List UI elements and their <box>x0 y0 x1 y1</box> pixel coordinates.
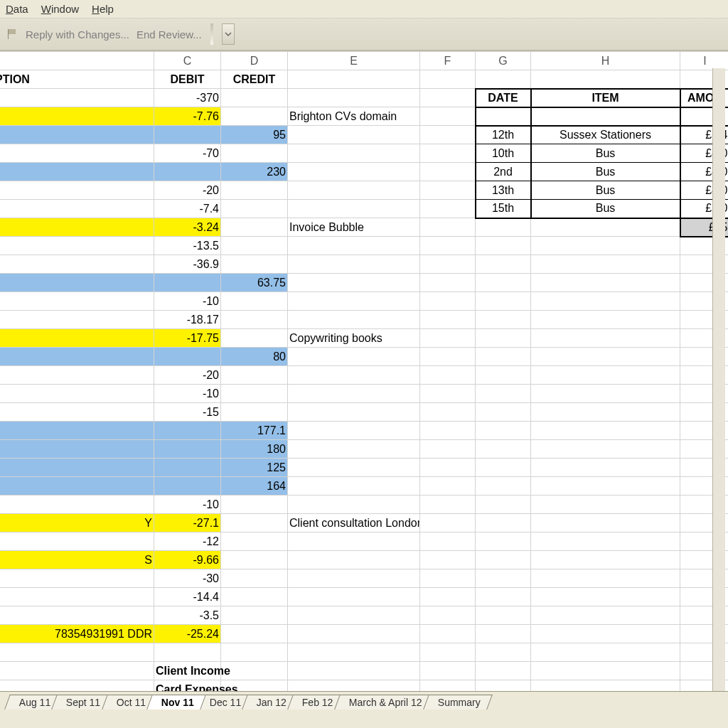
summary-label: Client Income <box>154 662 221 680</box>
menu-window[interactable]: Window <box>41 3 79 15</box>
data-row[interactable]: -20 <box>0 366 728 385</box>
data-row[interactable]: 164 <box>0 477 728 496</box>
reply-with-changes-button[interactable]: Reply with Changes... <box>26 28 129 41</box>
data-row[interactable]: -2013thBus£4.0 <box>0 181 728 200</box>
data-row[interactable]: -3.24Invoice Bubble£15 <box>0 218 728 237</box>
data-row[interactable]: -370DATEITEMAMOU <box>0 89 728 107</box>
data-row[interactable]: 2302ndBus£4.0 <box>0 163 728 181</box>
sheet-tabs: Aug 11Sept 11Oct 11Nov 11Dec 11Jan 12Feb… <box>0 691 728 710</box>
toolbar-separator <box>210 23 213 45</box>
col-e[interactable]: E <box>288 52 420 70</box>
data-row[interactable]: Client Income <box>0 662 728 680</box>
side-header-item: ITEM <box>531 89 680 107</box>
data-row[interactable]: -10 <box>0 292 728 311</box>
chevron-down-icon <box>225 31 232 38</box>
data-row[interactable]: -14.4 <box>0 588 728 606</box>
data-row[interactable]: -7010thBus£4.0 <box>0 144 728 163</box>
data-row[interactable]: 63.75 <box>0 274 728 292</box>
data-row[interactable]: -18.17 <box>0 311 728 329</box>
menubar: Data Window Help <box>0 0 728 18</box>
spreadsheet-grid[interactable]: C D E F G H I PTION DEBIT CREDIT -370DAT… <box>0 51 728 710</box>
data-row[interactable] <box>0 643 728 662</box>
vertical-scrollbar[interactable] <box>712 68 725 691</box>
col-g[interactable]: G <box>476 52 531 70</box>
sheet-tab[interactable]: March & April 12 <box>334 695 434 710</box>
review-toolbar: Reply with Changes... End Review... <box>0 18 728 51</box>
header-credit: CREDIT <box>221 70 288 89</box>
data-row[interactable]: Y-27.1Client consultation London <box>0 514 728 532</box>
data-row[interactable]: -12 <box>0 532 728 551</box>
header-row[interactable]: PTION DEBIT CREDIT <box>0 70 728 89</box>
data-row[interactable]: -13.5 <box>0 237 728 255</box>
sheet-tab[interactable]: Nov 11 <box>146 695 206 710</box>
header-debit: DEBIT <box>154 70 221 89</box>
data-row[interactable]: 9512thSussex Stationers£1.4 <box>0 126 728 144</box>
menu-help[interactable]: Help <box>92 3 114 15</box>
data-row[interactable]: S-9.66 <box>0 551 728 569</box>
col-d[interactable]: D <box>221 52 288 70</box>
sheet-tab[interactable]: Summary <box>423 695 493 710</box>
data-row[interactable]: -15 <box>0 403 728 422</box>
col-f[interactable]: F <box>420 52 476 70</box>
data-row[interactable]: -7.415thBus£2.0 <box>0 200 728 218</box>
column-header-row: C D E F G H I <box>0 52 728 70</box>
data-row[interactable]: -3.5 <box>0 606 728 625</box>
col-i[interactable]: I <box>680 52 729 70</box>
data-row[interactable]: -10 <box>0 385 728 403</box>
data-row[interactable]: -30 <box>0 569 728 588</box>
col-c[interactable]: C <box>154 52 221 70</box>
data-row[interactable]: -7.76Brighton CVs domain <box>0 107 728 126</box>
end-review-button[interactable]: End Review... <box>136 28 202 41</box>
data-row[interactable]: 80 <box>0 348 728 366</box>
header-description: PTION <box>0 70 154 89</box>
data-row[interactable]: 180 <box>0 440 728 459</box>
side-header-date: DATE <box>476 89 531 107</box>
col-h[interactable]: H <box>531 52 680 70</box>
col-b[interactable] <box>0 52 154 70</box>
toolbar-overflow-button[interactable] <box>222 23 235 45</box>
menu-data[interactable]: Data <box>6 3 28 15</box>
data-row[interactable]: 78354931991 DDR-25.24 <box>0 625 728 643</box>
data-row[interactable]: -36.9 <box>0 255 728 274</box>
data-row[interactable]: 125 <box>0 459 728 477</box>
data-row[interactable]: -10 <box>0 496 728 514</box>
flag-icon <box>6 28 18 41</box>
data-row[interactable]: 177.1 <box>0 422 728 440</box>
data-row[interactable]: -17.75Copywriting books <box>0 329 728 348</box>
